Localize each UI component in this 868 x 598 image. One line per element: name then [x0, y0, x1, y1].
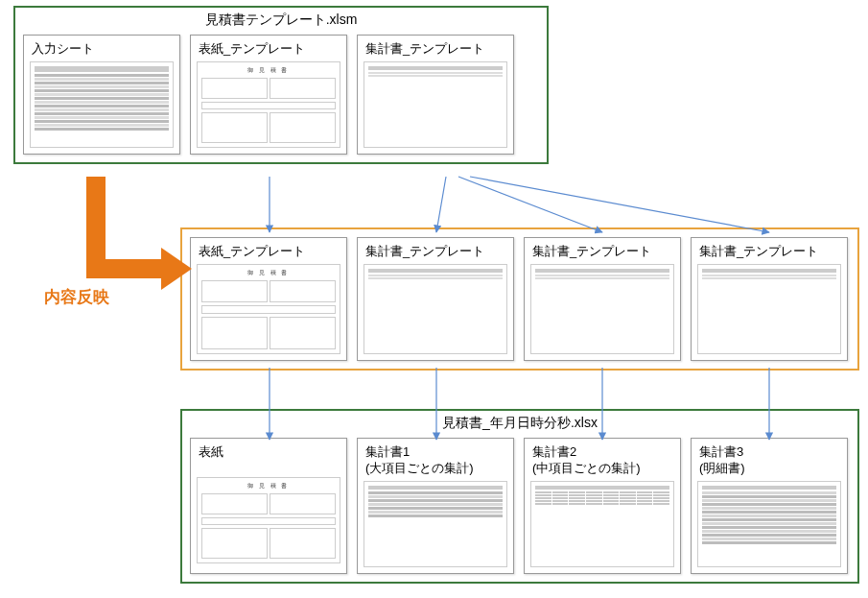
- card-title-wrap: 集計書2 (中項目ごとの集計): [525, 439, 680, 479]
- card-title: 表紙_テンプレート: [191, 238, 346, 262]
- group-output-file: 見積書_年月日時分秒.xlsx 表紙 御 見 積 書: [180, 409, 859, 584]
- card-cover-template-mid: 表紙_テンプレート 御 見 積 書: [190, 237, 347, 361]
- thumb-summary-template: [530, 264, 674, 354]
- group-body-top: 入力シート 表紙_テンプレート 御 見 積 書: [15, 31, 547, 162]
- thumb-summary-template: [697, 264, 841, 354]
- card-title: 集計書_テンプレート: [525, 238, 680, 262]
- card-title: 集計書_テンプレート: [358, 238, 513, 262]
- arrow-summary-top-to-mid2: [458, 177, 602, 232]
- thumb-summary-template: [364, 264, 507, 354]
- card-input-sheet: 入力シート: [23, 35, 180, 155]
- thumb-summary1: [364, 481, 507, 567]
- arrow-summary-top-to-mid3: [470, 177, 769, 232]
- card-subtitle: (中項目ごとの集計): [532, 461, 641, 475]
- card-subtitle: (明細書): [699, 461, 745, 475]
- card-title: 集計書1: [365, 444, 410, 459]
- group-title-bottom: 見積書_年月日時分秒.xlsx: [182, 411, 857, 434]
- card-title-wrap: 集計書1 (大項目ごとの集計): [358, 439, 513, 479]
- group-body-mid: 表紙_テンプレート 御 見 積 書 集計書_テンプレート: [182, 229, 857, 369]
- card-summary-template-mid-3: 集計書_テンプレート: [691, 237, 848, 361]
- card-summary-template-top: 集計書_テンプレート: [357, 35, 514, 155]
- thumb-cover: 御 見 積 書: [197, 477, 340, 563]
- card-subtitle: (大項目ごとの集計): [365, 461, 474, 475]
- group-template-instances: 表紙_テンプレート 御 見 積 書 集計書_テンプレート: [180, 227, 859, 371]
- card-title-wrap: 集計書3 (明細書): [692, 439, 847, 479]
- card-title: 集計書2: [532, 444, 576, 459]
- arrow-hanei: [96, 177, 176, 269]
- thumb-summary2: [530, 481, 674, 567]
- card-summary-template-mid-1: 集計書_テンプレート: [357, 237, 514, 361]
- card-summary3-output: 集計書3 (明細書): [691, 438, 848, 574]
- card-summary2-output: 集計書2 (中項目ごとの集計): [524, 438, 681, 574]
- card-title: 集計書_テンプレート: [692, 238, 847, 262]
- card-title: 表紙_テンプレート: [191, 36, 346, 60]
- thumb-cover-template: 御 見 積 書: [197, 61, 340, 148]
- thumb-summary3: [697, 481, 841, 567]
- card-title: 集計書3: [699, 444, 743, 459]
- card-cover-output: 表紙 御 見 積 書: [190, 438, 347, 574]
- card-title: 集計書_テンプレート: [358, 36, 513, 60]
- arrow-summary-top-to-mid1: [436, 177, 446, 232]
- card-title: 表紙: [199, 444, 223, 459]
- group-body-bottom: 表紙 御 見 積 書 集計書1 (大項目ごとの集計): [182, 434, 857, 582]
- card-cover-template-top: 表紙_テンプレート 御 見 積 書: [190, 35, 347, 155]
- card-title-wrap: 表紙: [191, 439, 346, 475]
- card-title: 入力シート: [24, 36, 179, 60]
- thumb-cover-template: 御 見 積 書: [197, 264, 340, 354]
- card-summary-template-mid-2: 集計書_テンプレート: [524, 237, 681, 361]
- card-summary1-output: 集計書1 (大項目ごとの集計): [357, 438, 514, 574]
- thumb-input-sheet: [30, 61, 174, 148]
- thumb-summary-template: [364, 61, 507, 148]
- group-title-top: 見積書テンプレート.xlsm: [15, 8, 547, 31]
- label-hanei: 内容反映: [44, 286, 109, 308]
- group-template-source: 見積書テンプレート.xlsm 入力シート 表紙_テンプレート: [13, 6, 549, 164]
